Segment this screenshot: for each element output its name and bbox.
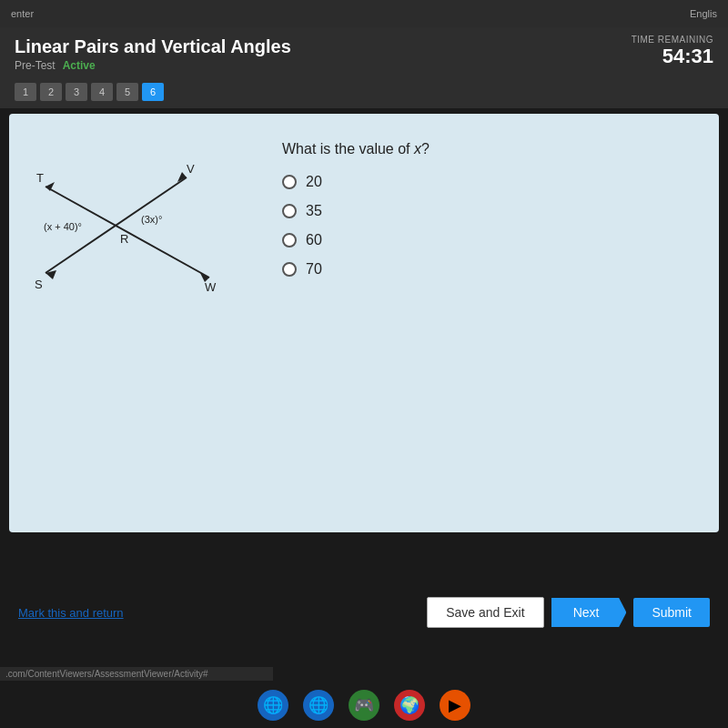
tab-1[interactable]: 1 [15, 83, 36, 101]
bottom-bar: Mark this and return Save and Exit Next … [9, 588, 719, 637]
tab-3[interactable]: 3 [66, 83, 87, 101]
status-badge: Active [63, 59, 96, 72]
tab-5[interactable]: 5 [116, 83, 138, 101]
angle-diagram: T V S W R (x + 40)° (3x)° [27, 132, 228, 314]
tab-4[interactable]: 4 [91, 83, 113, 101]
taskbar-icon-4[interactable]: 🌍 [394, 690, 425, 721]
option-label-20: 20 [306, 174, 322, 190]
save-exit-button[interactable]: Save and Exit [427, 597, 543, 628]
subtitle-label: Pre-Test [15, 59, 56, 72]
top-bar-left: enter [11, 8, 34, 19]
timer-label: TIME REMAINING [632, 35, 713, 45]
taskbar-icon-5[interactable]: ▶ [440, 690, 470, 721]
content-area: T V S W R (x + 40)° (3x)° What is the va… [9, 114, 719, 532]
label-S: S [35, 278, 43, 291]
option-60[interactable]: 60 [282, 232, 701, 248]
timer-value: 54:31 [632, 45, 713, 68]
option-label-35: 35 [306, 203, 322, 219]
radio-20[interactable] [282, 175, 297, 189]
question-variable: x [414, 141, 421, 157]
taskbar-icon-3[interactable]: 🎮 [349, 690, 379, 721]
url-bar: .com/ContentViewers/AssessmentViewer/Act… [0, 667, 273, 681]
tab-6[interactable]: 6 [142, 83, 164, 101]
subtitle-row: Pre-Test Active [15, 59, 713, 72]
top-bar-right: Englis [690, 8, 717, 19]
tabs-row: 1 2 3 4 5 6 [0, 79, 728, 108]
page-title: Linear Pairs and Vertical Angles [15, 36, 713, 57]
option-20[interactable]: 20 [282, 174, 701, 190]
label-T: T [36, 171, 44, 185]
question-section: What is the value of x? 20 35 60 70 [282, 132, 701, 514]
label-R: R [120, 232, 128, 246]
tab-2[interactable]: 2 [40, 83, 62, 101]
taskbar: 🌐 🌐 🎮 🌍 ▶ [0, 682, 728, 728]
taskbar-icon-1[interactable]: 🌐 [258, 690, 288, 721]
question-suffix: ? [421, 141, 430, 157]
option-label-70: 70 [306, 261, 322, 278]
diagram-section: T V S W R (x + 40)° (3x)° [27, 132, 246, 514]
radio-70[interactable] [282, 262, 297, 277]
angle-label-2: (3x)° [141, 214, 162, 225]
submit-button[interactable]: Submit [633, 598, 710, 627]
question-text: What is the value of x? [282, 141, 701, 157]
next-button[interactable]: Next [551, 598, 627, 627]
mark-return-link[interactable]: Mark this and return [18, 606, 124, 620]
angle-label-1: (x + 40)° [44, 221, 82, 232]
question-prefix: What is the value of [282, 141, 414, 157]
timer-box: TIME REMAINING 54:31 [632, 35, 713, 68]
header-area: Linear Pairs and Vertical Angles Pre-Tes… [0, 27, 728, 79]
bottom-buttons: Save and Exit Next Submit [427, 597, 710, 628]
option-70[interactable]: 70 [282, 261, 701, 278]
label-W: W [205, 280, 217, 294]
radio-60[interactable] [282, 233, 297, 248]
option-35[interactable]: 35 [282, 203, 701, 219]
svg-marker-1 [46, 182, 55, 191]
option-label-60: 60 [306, 232, 322, 248]
top-bar: enter Englis [0, 0, 728, 27]
label-V: V [187, 162, 195, 176]
taskbar-icon-2[interactable]: 🌐 [303, 690, 334, 721]
radio-35[interactable] [282, 204, 297, 218]
